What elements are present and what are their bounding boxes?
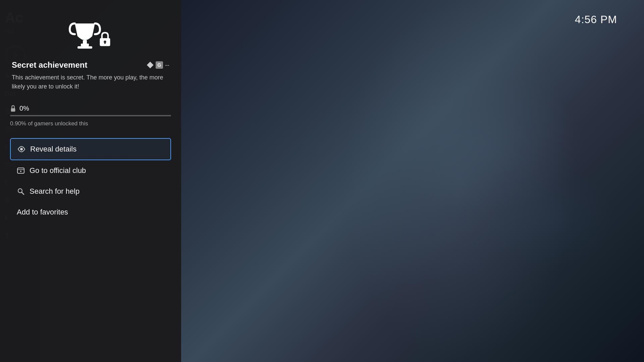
achievement-icon-area: [68, 20, 113, 50]
club-icon: [17, 167, 25, 175]
add-favorites-button[interactable]: Add to favorites: [10, 202, 171, 223]
search-help-button[interactable]: Search for help: [10, 181, 171, 202]
svg-rect-8: [11, 108, 15, 112]
eye-icon: [17, 145, 25, 153]
svg-rect-7: [104, 42, 106, 44]
svg-rect-4: [83, 40, 87, 44]
svg-rect-3: [77, 46, 92, 49]
search-icon: [17, 187, 25, 195]
add-favorites-label: Add to favorites: [17, 208, 68, 217]
go-to-club-button[interactable]: Go to official club: [10, 160, 171, 181]
search-help-label: Search for help: [30, 187, 79, 196]
gamers-unlocked-text: 0.90% of gamers unlocked this: [10, 120, 171, 127]
progress-bar-container: [10, 115, 171, 116]
achievement-header: Secret achievement G --: [12, 60, 169, 70]
svg-point-11: [20, 171, 21, 172]
svg-line-13: [22, 192, 24, 195]
score-value: --: [165, 61, 169, 69]
go-to-club-label: Go to official club: [30, 166, 86, 175]
reveal-details-label: Reveal details: [30, 145, 76, 154]
achievement-icons-row: G --: [147, 61, 169, 69]
svg-point-9: [20, 148, 23, 150]
lock-icon: [97, 31, 113, 48]
progress-row: 0%: [10, 105, 171, 112]
achievement-title: Secret achievement: [12, 60, 144, 70]
progress-percent: 0%: [19, 105, 29, 112]
progress-lock-icon: [10, 105, 16, 112]
gamerscore-badge: G: [156, 61, 163, 69]
reveal-details-button[interactable]: Reveal details: [10, 138, 171, 160]
background-character: [342, 0, 577, 362]
progress-section: 0% 0.90% of gamers unlocked this: [10, 105, 171, 135]
diamond-icon: [147, 62, 154, 68]
achievement-menu: Reveal details Go to official club Searc…: [10, 138, 171, 223]
achievement-info: Secret achievement G -- This achievement…: [10, 60, 171, 98]
achievement-modal: Secret achievement G -- This achievement…: [0, 0, 181, 362]
time-display: 4:56 PM: [575, 13, 617, 26]
achievement-description: This achievement is secret. The more you…: [12, 73, 169, 91]
